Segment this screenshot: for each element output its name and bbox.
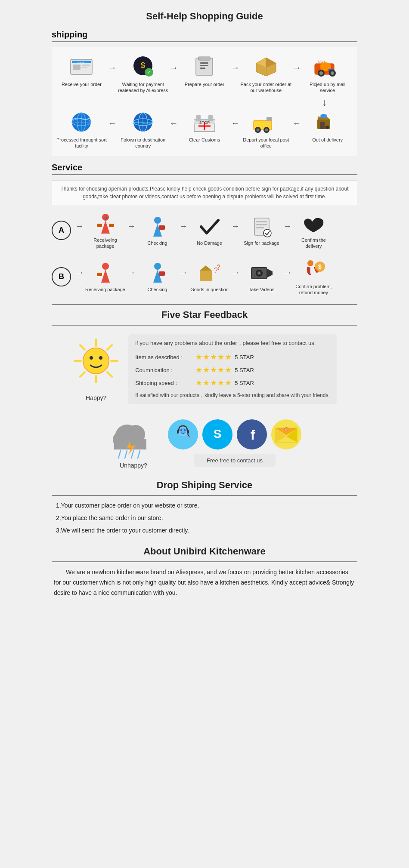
- destination-label: Folown to destination country: [118, 137, 169, 150]
- svg-point-27: [319, 71, 323, 75]
- svg-text:$: $: [318, 263, 322, 270]
- svg-marker-88: [267, 269, 273, 277]
- svg-text:S: S: [214, 427, 222, 440]
- shipping-stars: ★★★★★: [195, 378, 232, 388]
- happy-label: Happy?: [72, 394, 120, 401]
- email-icon[interactable]: @: [271, 419, 301, 449]
- shipping-row-2: 📦 Out of delivery ←: [56, 109, 353, 150]
- customs-label: Clear Customs: [189, 137, 220, 150]
- svg-rect-10: [196, 58, 213, 75]
- mail-icon: FAST: [313, 54, 343, 80]
- svg-marker-80: [200, 265, 212, 271]
- service-a-label-5: Confirm the delivery: [293, 237, 334, 249]
- facebook-icon[interactable]: f: [237, 419, 267, 449]
- svg-text:apeman: apeman: [77, 61, 85, 64]
- flow-item-9: Folown to destination country: [118, 109, 169, 150]
- svg-text:f: f: [251, 427, 255, 443]
- five-star-section: Five Star Feedback: [52, 304, 357, 469]
- out-delivery-label: Out of delivery: [312, 137, 343, 150]
- svg-rect-33: [322, 114, 324, 118]
- contact-text-box: Free free to contact us: [194, 454, 276, 467]
- skype-icon[interactable]: S: [202, 419, 232, 449]
- svg-rect-14: [200, 68, 205, 69]
- service-b-label-2: Checking: [148, 286, 167, 292]
- service-arrow-a1: →: [127, 221, 136, 231]
- service-b-icon-4: [250, 261, 273, 285]
- svg-line-109: [131, 451, 133, 458]
- svg-rect-3: [73, 65, 81, 70]
- svg-point-116: [184, 429, 186, 431]
- receive-order-icon: apeman: [66, 54, 96, 80]
- svg-text:🦸: 🦸: [103, 215, 108, 221]
- service-a-label-1: Receiveing package: [85, 237, 126, 249]
- destination-icon: [128, 109, 158, 135]
- badge-b: B: [52, 267, 71, 286]
- flow-item-8: STOP Clear Customs: [179, 109, 230, 150]
- service-b-icon-3: ? ?: [198, 261, 221, 285]
- service-a-item-3: No Damage: [189, 215, 230, 246]
- svg-text:$: $: [141, 61, 145, 70]
- feedback-box: if you have any problems about the order…: [128, 334, 337, 404]
- out-delivery-icon: 📦: [313, 109, 343, 135]
- pack-label: Pack your order order at our warehouse: [240, 81, 291, 94]
- svg-rect-69: [256, 221, 267, 222]
- flow-item-4: Pack your order order at our warehouse: [240, 54, 291, 94]
- prepare-icon: [189, 54, 220, 80]
- svg-rect-31: [320, 122, 325, 129]
- service-a-item-5: Confirm the delivery: [293, 212, 334, 249]
- feedback-row-described: Item as described : ★★★★★ 5 STAR: [135, 352, 330, 362]
- sort-facility-label: Processed throught sort facility: [56, 137, 107, 150]
- flow-item-1: apeman Receive your order: [56, 54, 107, 94]
- pack-icon: [251, 54, 281, 80]
- svg-line-98: [107, 345, 112, 350]
- flow-item-5: FAST Picjed up by mail service: [302, 54, 353, 94]
- svg-rect-70: [256, 224, 267, 225]
- service-a-icon-4: [251, 215, 273, 238]
- shipping-flow-container: apeman Receive your order → $: [52, 47, 357, 156]
- service-section-header: Service: [52, 163, 357, 175]
- svg-rect-62: [97, 224, 102, 227]
- badge-a: A: [52, 221, 71, 240]
- about-section: About Unibird Kitchenware We are a newbo…: [52, 542, 357, 598]
- svg-line-107: [118, 451, 121, 458]
- svg-marker-61: [101, 221, 110, 234]
- unhappy-label: Unhappy?: [120, 462, 147, 469]
- support-icon[interactable]: [168, 419, 198, 449]
- feedback-happy-row: Happy? if you have any problems about th…: [52, 334, 357, 404]
- svg-point-73: [102, 263, 109, 270]
- depart-icon: [251, 109, 281, 135]
- svg-point-87: [258, 272, 260, 274]
- service-arrow-a3: →: [231, 221, 240, 231]
- comm-label: Coumnication :: [135, 367, 195, 373]
- service-arrow-a4: →: [283, 221, 292, 231]
- flow-item-7: Depart your local post office: [240, 109, 291, 150]
- service-b-icon-2: [147, 261, 168, 285]
- service-arrow-b0: →: [75, 268, 84, 277]
- service-a-item-4: Sign for package: [241, 215, 282, 246]
- drop-shipping-section: Drop Shiping Service 1,Your customer pla…: [52, 475, 357, 535]
- drop-item-3: 3,We will send the order to your custome…: [56, 526, 353, 535]
- service-b-label-1: Receiving package: [85, 286, 125, 292]
- svg-rect-79: [200, 271, 212, 281]
- drop-item-1: 1,Your customer place order on your webs…: [56, 501, 353, 510]
- service-a-item-1: 🦸 Receiveing package: [85, 212, 126, 249]
- svg-point-40: [256, 129, 259, 132]
- service-b-label-4: Take Videos: [249, 286, 275, 292]
- service-a-label-3: No Damage: [197, 240, 222, 246]
- flow-item-10: Processed throught sort facility: [56, 109, 107, 150]
- service-flow-a: A → 🦸 Receiveing package →: [52, 212, 357, 249]
- arrow-4: →: [292, 63, 301, 73]
- svg-line-110: [138, 451, 140, 458]
- sun-icon: [72, 337, 120, 393]
- svg-text:STOP: STOP: [199, 120, 210, 125]
- svg-rect-13: [200, 65, 208, 66]
- feedback-bottom-msg: If satisfied with our products，kindly le…: [135, 392, 330, 399]
- svg-rect-4: [82, 65, 90, 66]
- service-b-label-3: Goods in question: [190, 286, 229, 292]
- service-b-item-4: Take Videos: [241, 261, 282, 292]
- service-arrow-a0: →: [75, 221, 84, 231]
- svg-rect-71: [256, 227, 264, 228]
- arrow-6: ←: [231, 118, 239, 128]
- service-arrow-b2: →: [179, 268, 188, 277]
- about-title: About Unibird Kitchenware: [52, 542, 357, 562]
